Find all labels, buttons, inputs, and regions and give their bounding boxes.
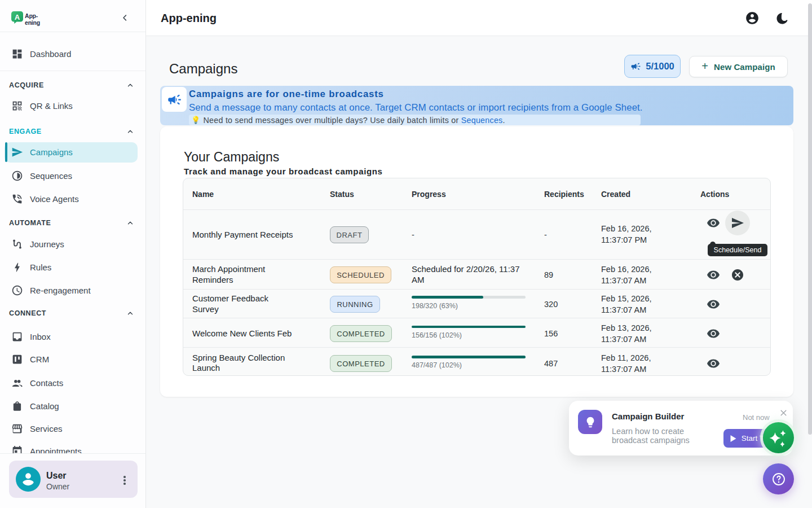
svg-text:A: A [15, 13, 20, 21]
